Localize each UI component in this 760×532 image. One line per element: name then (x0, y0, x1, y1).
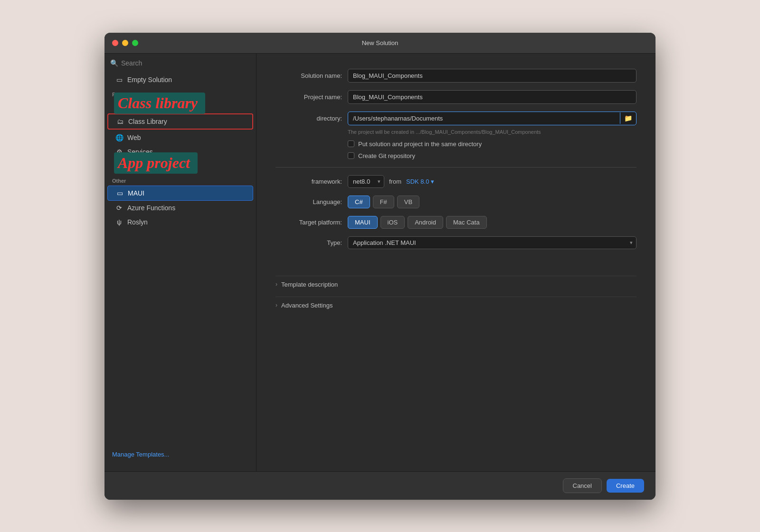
platform-button-group: MAUI iOS Android Mac Cata (348, 216, 487, 229)
roslyn-icon: ψ (115, 218, 124, 226)
project-name-label: Project name: (276, 93, 342, 101)
spacer (276, 257, 636, 276)
sidebar-item-maui-label: MAUI (128, 189, 144, 197)
platform-maui-button[interactable]: MAUI (348, 216, 378, 229)
framework-select[interactable]: net8.0 net7.0 net6.0 (348, 175, 384, 188)
solution-name-input[interactable] (348, 69, 636, 83)
platform-ios-button[interactable]: iOS (380, 216, 405, 229)
directory-input[interactable] (348, 112, 620, 125)
sidebar-item-console[interactable]: ⊡ Console Class library (107, 99, 253, 113)
language-row: Language: C# F# VB (276, 196, 636, 208)
advanced-settings-header[interactable]: › Advanced Settings (276, 297, 636, 314)
manage-templates-link[interactable]: Manage Templates... (104, 443, 256, 466)
sidebar-item-class-library-label: Class Library (128, 118, 167, 125)
language-csharp-button[interactable]: C# (348, 196, 370, 208)
from-label: from (389, 178, 401, 185)
maximize-button[interactable] (132, 40, 138, 46)
console-icon: ⊡ (115, 103, 124, 110)
language-fsharp-button[interactable]: F# (373, 196, 394, 208)
directory-label: directory: (276, 115, 342, 122)
empty-solution-label: Empty Solution (127, 76, 172, 84)
empty-solution-icon: ▭ (115, 76, 124, 84)
sidebar-item-unit-test[interactable]: 🎯 Unit Test App project (107, 159, 253, 173)
platform-row: Target platform: MAUI iOS Android Mac Ca… (276, 216, 636, 229)
new-solution-window: New Solution 🔍 Search ▭ Empty Solution P… (104, 33, 656, 500)
other-label: Other (104, 173, 256, 186)
template-description-section: › Template description (276, 276, 636, 293)
cancel-button[interactable]: Cancel (563, 478, 602, 493)
git-repo-checkbox[interactable] (348, 152, 354, 159)
sidebar-item-azure-functions[interactable]: ⟳ Azure Functions (107, 201, 253, 215)
sidebar-item-azure-functions-label: Azure Functions (127, 204, 175, 212)
directory-row: directory: 📁 (276, 112, 636, 125)
git-repo-label: Create Git repository (358, 152, 415, 159)
language-vb-button[interactable]: VB (397, 196, 419, 208)
language-label: Language: (276, 198, 342, 205)
directory-hint: The project will be created in .../Blog_… (348, 129, 636, 135)
sidebar-item-web[interactable]: 🌐 Web (107, 131, 253, 145)
search-placeholder: Search (121, 59, 142, 67)
same-directory-label: Put solution and project in the same dir… (358, 140, 482, 148)
traffic-lights (112, 40, 138, 46)
main-form-panel: Solution name: Project name: directory: … (256, 54, 656, 471)
footer: Cancel Create (104, 471, 656, 500)
sidebar-item-unit-test-label: Unit Test (127, 162, 153, 170)
create-button[interactable]: Create (607, 479, 644, 493)
window-title: New Solution (362, 39, 399, 47)
form-divider-1 (276, 167, 636, 168)
sidebar-item-web-label: Web (127, 134, 141, 141)
maui-icon: ▭ (115, 189, 124, 197)
type-row: Type: Application .NET MAUI (276, 236, 636, 249)
sidebar-item-console-label: Console (127, 103, 152, 110)
solution-name-label: Solution name: (276, 72, 342, 79)
template-chevron-icon: › (276, 281, 277, 288)
advanced-settings-label: Advanced Settings (281, 302, 332, 309)
search-icon: 🔍 (110, 59, 118, 67)
type-label: Type: (276, 239, 342, 246)
platform-mac-catalyst-button[interactable]: Mac Cata (446, 216, 487, 229)
same-directory-checkbox[interactable] (348, 140, 354, 147)
project-name-row: Project name: (276, 90, 636, 104)
minimize-button[interactable] (122, 40, 128, 46)
browse-folder-button[interactable]: 📁 (620, 112, 636, 124)
search-bar[interactable]: 🔍 Search (110, 59, 250, 67)
platform-label: Target platform: (276, 219, 342, 226)
same-directory-row: Put solution and project in the same dir… (348, 140, 636, 148)
sidebar-item-empty-solution[interactable]: ▭ Empty Solution (107, 73, 253, 87)
template-description-label: Template description (281, 281, 338, 288)
sidebar-item-services-label: Services (127, 148, 153, 156)
project-type-label: Project Type (104, 87, 256, 99)
sidebar-item-maui[interactable]: ▭ MAUI (107, 186, 253, 201)
sidebar: 🔍 Search ▭ Empty Solution Project Type ⊡… (104, 54, 256, 471)
class-library-icon: 🗂 (116, 118, 124, 125)
titlebar: New Solution (104, 33, 656, 54)
sidebar-item-services[interactable]: ⚙ Services (107, 145, 253, 159)
git-repo-row: Create Git repository (348, 152, 636, 159)
unit-test-icon: 🎯 (115, 162, 124, 170)
type-select[interactable]: Application .NET MAUI (348, 236, 636, 249)
framework-row: framework: net8.0 net7.0 net6.0 from SDK… (276, 175, 636, 188)
advanced-settings-section: › Advanced Settings (276, 297, 636, 314)
web-icon: 🌐 (115, 134, 124, 141)
solution-name-row: Solution name: (276, 69, 636, 83)
azure-functions-icon: ⟳ (115, 204, 124, 212)
project-name-input[interactable] (348, 90, 636, 104)
advanced-chevron-icon: › (276, 302, 277, 308)
services-icon: ⚙ (115, 148, 124, 156)
framework-label: framework: (276, 178, 342, 185)
sidebar-item-roslyn-label: Roslyn (127, 218, 148, 226)
template-description-header[interactable]: › Template description (276, 276, 636, 293)
sidebar-item-class-library[interactable]: 🗂 Class Library (107, 113, 253, 130)
platform-android-button[interactable]: Android (408, 216, 443, 229)
type-select-wrapper: Application .NET MAUI (348, 236, 636, 249)
framework-select-wrapper: net8.0 net7.0 net6.0 (348, 175, 384, 188)
sidebar-item-roslyn[interactable]: ψ Roslyn (107, 215, 253, 229)
language-button-group: C# F# VB (348, 196, 419, 208)
directory-input-group: 📁 (348, 112, 636, 125)
sdk-link[interactable]: SDK 8.0 ▾ (406, 178, 434, 185)
close-button[interactable] (112, 40, 118, 46)
main-content: 🔍 Search ▭ Empty Solution Project Type ⊡… (104, 54, 656, 471)
